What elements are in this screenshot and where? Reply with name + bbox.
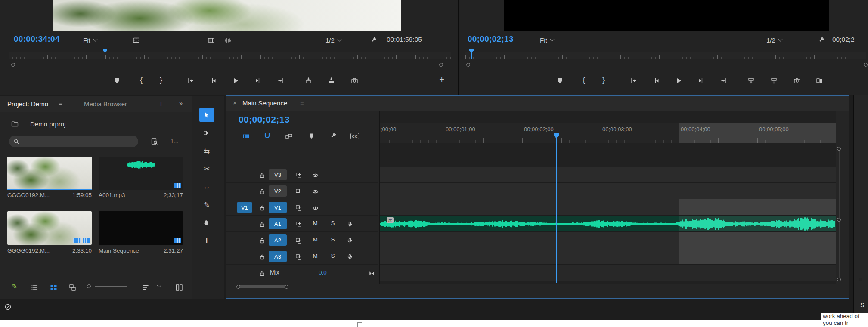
step-forward-button[interactable]: [253, 76, 263, 85]
program-zoom-select[interactable]: Fit: [540, 35, 554, 45]
play-button[interactable]: [230, 76, 241, 85]
source-video-preview[interactable]: [53, 0, 401, 31]
program-scrub-ruler[interactable]: [465, 52, 866, 59]
settings-wrench-icon[interactable]: [817, 36, 826, 44]
drag-video-icon[interactable]: [207, 36, 215, 44]
lock-icon[interactable]: [258, 204, 267, 212]
track-header-a3[interactable]: A3 M S: [226, 248, 378, 265]
track-header-a1[interactable]: A1 M S: [226, 216, 378, 232]
mix-level-value[interactable]: 0.0: [319, 269, 327, 276]
tab-overflow-chevrons[interactable]: »: [179, 99, 183, 107]
source-zoom-handle-left[interactable]: [11, 63, 15, 67]
panel-menu-icon[interactable]: ≡: [59, 101, 62, 108]
horizontal-zoom-handle-left[interactable]: [236, 285, 240, 289]
source-playhead[interactable]: [105, 52, 105, 59]
solo-button[interactable]: S: [329, 236, 337, 243]
clip-cut-point[interactable]: [679, 216, 679, 232]
lock-icon[interactable]: [258, 269, 267, 278]
program-zoom-handle-right[interactable]: [864, 63, 868, 67]
zoom-slider-handle[interactable]: [87, 284, 91, 288]
track-badge-a2[interactable]: A2: [269, 234, 287, 246]
program-playhead[interactable]: [471, 52, 472, 59]
mute-button[interactable]: M: [311, 220, 319, 226]
vertical-zoom-handle-bottom[interactable]: [837, 278, 841, 281]
mark-out-button[interactable]: }: [598, 76, 609, 85]
project-item-thumbnail[interactable]: [7, 157, 92, 190]
track-header-v3[interactable]: V3: [226, 167, 378, 183]
timeline-tab-label[interactable]: Main Sequence: [242, 99, 287, 107]
sync-lock-icon[interactable]: [294, 236, 303, 245]
project-item-label[interactable]: Main Sequence 2;31;27: [99, 247, 183, 254]
track-output-eye-icon[interactable]: [311, 204, 319, 212]
voiceover-mic-icon[interactable]: [345, 236, 354, 245]
go-to-out-button[interactable]: [719, 76, 729, 85]
search-box[interactable]: [9, 136, 138, 147]
vertical-scrollbar-track[interactable]: [839, 149, 840, 280]
hand-tool[interactable]: [199, 215, 214, 230]
timeline-track-area[interactable]: ;00;00 00;00;01;00 00;00;02;00 00;00;03;…: [379, 111, 836, 284]
writable-pencil-icon[interactable]: ✎: [11, 282, 17, 291]
page-checkbox[interactable]: [357, 322, 362, 327]
extract-button[interactable]: [769, 76, 779, 85]
new-item-panes-icon[interactable]: [175, 283, 183, 292]
mark-in-button[interactable]: {: [136, 76, 146, 85]
program-timecode[interactable]: 00;00;02;13: [468, 34, 514, 44]
mark-in-button[interactable]: {: [579, 76, 589, 85]
project-item-thumbnail[interactable]: [99, 157, 183, 190]
vertical-zoom-handle-mid[interactable]: [837, 218, 841, 222]
add-marker-icon[interactable]: [307, 132, 316, 140]
add-marker-button[interactable]: [112, 76, 122, 85]
lock-icon[interactable]: [258, 220, 267, 228]
project-item-label[interactable]: GGGG0192.M... 1:59:05: [7, 192, 92, 198]
panel-menu-icon[interactable]: ≡: [300, 99, 304, 106]
step-back-button[interactable]: [208, 76, 218, 85]
lock-icon[interactable]: [258, 171, 267, 179]
lock-icon[interactable]: [258, 187, 267, 196]
fx-badge[interactable]: fx: [387, 217, 394, 223]
go-to-in-button[interactable]: [628, 76, 639, 85]
source-zoom-bar[interactable]: [14, 65, 441, 65]
step-back-button[interactable]: [651, 76, 661, 85]
mute-button[interactable]: M: [311, 236, 319, 243]
overwrite-button[interactable]: [326, 76, 336, 85]
play-button[interactable]: [673, 76, 684, 85]
scroll-knob[interactable]: [859, 278, 862, 281]
sync-lock-icon[interactable]: [294, 204, 303, 212]
zoom-slider-track[interactable]: [95, 286, 127, 287]
horizontal-zoom-handle-right[interactable]: [285, 285, 288, 289]
search-input[interactable]: [22, 138, 130, 145]
step-forward-button[interactable]: [696, 76, 706, 85]
track-a3-content[interactable]: [380, 248, 836, 265]
source-patch-v1[interactable]: V1: [237, 202, 252, 213]
sync-status-icon[interactable]: [3, 302, 12, 311]
timeline-timecode[interactable]: 00;00;02;13: [239, 114, 290, 125]
video-clip-segment[interactable]: [679, 199, 836, 215]
track-badge-a1[interactable]: A1: [269, 218, 287, 229]
program-video-preview[interactable]: [504, 0, 829, 31]
tab-media-browser[interactable]: Media Browser: [84, 100, 127, 108]
timeline-settings-wrench-icon[interactable]: [329, 132, 338, 140]
sync-lock-icon[interactable]: [294, 253, 303, 261]
audio-clip-segment[interactable]: [679, 232, 836, 248]
solo-button[interactable]: S: [329, 253, 337, 259]
timeline-ruler[interactable]: ;00;00 00;00;01;00 00;00;02;00 00;00;03;…: [380, 123, 836, 143]
add-marker-button[interactable]: [555, 76, 565, 85]
go-to-out-button[interactable]: [276, 76, 286, 85]
source-resolution-select[interactable]: 1/2: [326, 35, 341, 45]
safe-margins-icon[interactable]: [132, 36, 140, 44]
lift-button[interactable]: [746, 76, 756, 85]
lock-icon[interactable]: [258, 236, 267, 245]
export-frame-icon[interactable]: [792, 76, 802, 85]
track-badge-v1[interactable]: V1: [269, 202, 287, 213]
search-bin-icon[interactable]: [150, 137, 158, 145]
track-badge-v3[interactable]: V3: [269, 169, 287, 180]
type-tool[interactable]: T: [199, 233, 214, 248]
track-select-forward-tool[interactable]: [199, 126, 214, 140]
captions-icon[interactable]: CC: [350, 132, 359, 140]
track-header-a2[interactable]: A2 M S: [226, 232, 378, 248]
lock-icon[interactable]: [258, 253, 267, 261]
list-view-icon[interactable]: [30, 283, 39, 292]
horizontal-scrollbar-thumb[interactable]: [239, 285, 287, 288]
track-v1-content[interactable]: [380, 199, 836, 216]
export-frame-icon[interactable]: [349, 76, 360, 85]
